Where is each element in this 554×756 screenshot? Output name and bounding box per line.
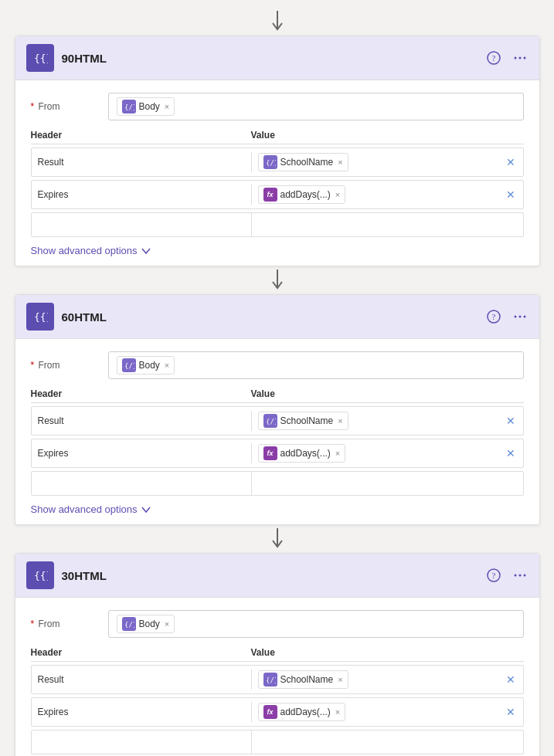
c3-row-1-value[interactable]: fx addDays(...) × bbox=[252, 698, 498, 726]
c2-row-1-icon: fx bbox=[263, 446, 277, 460]
card-30html-row-0: Result {/} SchoolName × ✕ bbox=[31, 665, 524, 694]
row-1-token-label: addDays(...) bbox=[280, 189, 331, 200]
card-30html-row-1: Expires fx addDays(...) × ✕ bbox=[31, 697, 524, 727]
card-90html-from-input[interactable]: {/} Body × bbox=[108, 93, 524, 120]
card-30html-empty-row[interactable] bbox=[31, 730, 524, 754]
flow-container: {{}} 90HTML ? bbox=[0, 0, 554, 756]
body-token-icon-3: {/} bbox=[122, 617, 136, 631]
c3-row-0-remove[interactable]: × bbox=[338, 675, 342, 684]
card-60html-row-0: Result {/} SchoolName × ✕ bbox=[31, 406, 524, 436]
card-30html-table-header: Header Value bbox=[31, 647, 524, 662]
row-1-delete[interactable]: ✕ bbox=[498, 185, 523, 204]
required-star: * bbox=[31, 101, 35, 112]
card-60html-more-button[interactable] bbox=[512, 308, 529, 325]
svg-text:{/}: {/} bbox=[266, 676, 276, 684]
body-token-remove-2[interactable]: × bbox=[165, 361, 169, 370]
card-60html-from-row: * From {/} Body × bbox=[31, 351, 524, 379]
card-90html-icon: {{}} bbox=[26, 44, 54, 72]
c3-row-0-header: Result bbox=[32, 670, 252, 690]
c2-row-0-value[interactable]: {/} SchoolName × bbox=[252, 407, 498, 435]
svg-text:?: ? bbox=[491, 53, 495, 63]
card-60html-from-label: * From bbox=[31, 360, 108, 371]
c3-row-0-value[interactable]: {/} SchoolName × bbox=[252, 666, 498, 693]
card-90html-body-token: {/} Body × bbox=[117, 97, 175, 116]
card-90html-from-row: * From {/} Body × bbox=[31, 93, 524, 120]
c2-row-0-delete[interactable]: ✕ bbox=[498, 412, 523, 430]
c3-row-0-delete[interactable]: ✕ bbox=[498, 670, 523, 689]
card-30html-from-row: * From {/} Body × bbox=[31, 610, 524, 638]
card-30html-actions: ? bbox=[485, 567, 529, 584]
card-60html-table: Header Value Result {/} SchoolName × bbox=[31, 388, 524, 496]
show-advanced-label-2: Show advanced options bbox=[31, 503, 138, 515]
svg-point-15 bbox=[523, 316, 525, 318]
card-90html-empty-row[interactable] bbox=[31, 212, 524, 237]
c3-row-1-remove[interactable]: × bbox=[335, 707, 340, 717]
card-90html-row-0: Result {/} SchoolName × ✕ bbox=[31, 147, 524, 177]
c2-row-0-label: SchoolName bbox=[280, 415, 334, 426]
row-0-delete[interactable]: ✕ bbox=[498, 153, 523, 171]
svg-point-4 bbox=[514, 57, 516, 59]
card-30html-more-button[interactable] bbox=[512, 567, 529, 584]
body-token-icon-2: {/} bbox=[122, 358, 136, 372]
row-1-value[interactable]: fx addDays(...) × bbox=[252, 181, 498, 208]
value-col-label-2: Value bbox=[251, 388, 524, 399]
card-90html-actions: ? bbox=[485, 49, 529, 66]
card-60html-body-token: {/} Body × bbox=[117, 356, 175, 375]
svg-point-5 bbox=[518, 57, 521, 59]
row-1-token-remove[interactable]: × bbox=[335, 190, 340, 199]
c2-row-1-header: Expires bbox=[32, 443, 252, 463]
card-90html-title: 90HTML bbox=[62, 52, 478, 65]
svg-text:{/}: {/} bbox=[266, 159, 276, 167]
card-30html-help-button[interactable]: ? bbox=[485, 567, 502, 584]
row-1-header: Expires bbox=[32, 185, 252, 205]
card-30html-from-input[interactable]: {/} Body × bbox=[108, 610, 524, 638]
arrow-top bbox=[270, 8, 285, 36]
card-60html-empty-row[interactable] bbox=[31, 471, 524, 496]
row-1-token-icon: fx bbox=[263, 188, 277, 202]
card-60html-row-1: Expires fx addDays(...) × ✕ bbox=[31, 439, 524, 468]
c2-row-0-header: Result bbox=[32, 411, 252, 431]
value-col-label-3: Value bbox=[251, 647, 524, 658]
row-0-token-remove[interactable]: × bbox=[338, 158, 342, 167]
row-0-value[interactable]: {/} SchoolName × bbox=[252, 148, 498, 176]
card-60html-from-input[interactable]: {/} Body × bbox=[108, 351, 524, 379]
body-token-label-3: Body bbox=[139, 619, 160, 629]
svg-point-23 bbox=[518, 575, 521, 577]
show-advanced-label: Show advanced options bbox=[31, 245, 138, 256]
c2-row-1-remove[interactable]: × bbox=[335, 449, 340, 458]
c2-row-1-value[interactable]: fx addDays(...) × bbox=[252, 439, 498, 467]
c2-row-1-token: fx addDays(...) × bbox=[258, 444, 346, 463]
card-60html-show-advanced[interactable]: Show advanced options bbox=[31, 503, 151, 515]
c3-row-1-icon: fx bbox=[263, 705, 277, 719]
header-col-label-2: Header bbox=[31, 388, 251, 399]
svg-text:{/}: {/} bbox=[124, 362, 134, 370]
card-60html-body: * From {/} Body × Header Value bbox=[15, 339, 539, 524]
body-token-label: Body bbox=[139, 101, 160, 112]
body-token-remove[interactable]: × bbox=[165, 102, 169, 111]
body-token-remove-3[interactable]: × bbox=[165, 619, 169, 629]
c2-row-0-remove[interactable]: × bbox=[338, 416, 342, 425]
card-60html-help-button[interactable]: ? bbox=[485, 308, 502, 325]
c3-row-0-token: {/} SchoolName × bbox=[258, 670, 348, 689]
c2-row-1-delete[interactable]: ✕ bbox=[498, 444, 523, 463]
body-token-icon: {/} bbox=[122, 100, 136, 114]
card-90html-more-button[interactable] bbox=[512, 49, 529, 66]
svg-text:{{}}: {{}} bbox=[34, 311, 48, 323]
card-30html-body-token: {/} Body × bbox=[117, 615, 175, 633]
svg-point-14 bbox=[518, 316, 521, 318]
card-30html-header: {{}} 30HTML ? bbox=[15, 554, 539, 598]
card-90html-help-button[interactable]: ? bbox=[485, 49, 502, 66]
card-60html-actions: ? bbox=[485, 308, 529, 325]
card-60html-header: {{}} 60HTML ? bbox=[15, 295, 539, 339]
c3-row-1-label: addDays(...) bbox=[280, 707, 331, 717]
card-90html-row-1: Expires fx addDays(...) × ✕ bbox=[31, 180, 524, 209]
row-1-token: fx addDays(...) × bbox=[258, 185, 346, 204]
card-60html-icon: {{}} bbox=[26, 303, 54, 331]
card-90html-table: Header Value Result {/} SchoolName × bbox=[31, 130, 524, 237]
card-30html-table: Header Value Result {/} SchoolName × bbox=[31, 647, 524, 754]
c3-row-1-delete[interactable]: ✕ bbox=[498, 703, 523, 721]
body-token-label-2: Body bbox=[139, 360, 160, 371]
c2-row-0-token: {/} SchoolName × bbox=[258, 412, 348, 430]
card-90html-show-advanced[interactable]: Show advanced options bbox=[31, 245, 151, 256]
arrow-mid2 bbox=[270, 525, 285, 553]
